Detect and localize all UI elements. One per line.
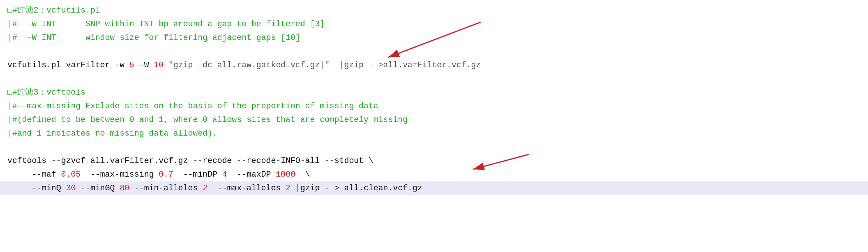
- code-line-3: |# -W INT window size for filtering adja…: [0, 31, 868, 45]
- line-text-2: # -w INT SNP within INT bp around a gap …: [12, 18, 325, 30]
- max-alleles-value: 2: [286, 182, 291, 194]
- line-marker-10: |: [7, 127, 12, 140]
- minDP-value: 4: [222, 168, 227, 181]
- line-text-10: #and 1 indicates no missing data allowed…: [12, 127, 217, 140]
- line-marker-2: |: [7, 18, 12, 30]
- line-text-8: #--max-missing Exclude sites on the basi…: [12, 100, 378, 112]
- code-line-1: □#过滤2：vcfutils.pl: [0, 4, 868, 17]
- vcfutils-cmd: vcfutils.pl varFilter -w: [7, 59, 129, 71]
- code-editor: □#过滤2：vcfutils.pl |# -w INT SNP within I…: [0, 0, 868, 199]
- code-line-12: vcftools --gzvcf all.varFilter.vcf.gz --…: [0, 154, 868, 168]
- code-line-4: [0, 45, 868, 58]
- w-value: 5: [129, 59, 134, 71]
- maf-value: 0.05: [61, 168, 81, 181]
- code-line-2: |# -w INT SNP within INT bp around a gap…: [0, 17, 868, 31]
- line-marker-7: □: [7, 86, 12, 99]
- minGQ-value: 80: [120, 182, 129, 194]
- line-marker-3: |: [7, 32, 12, 44]
- line-text-1: #过滤2：vcfutils.pl: [12, 4, 100, 17]
- line-marker-9: |: [7, 114, 12, 126]
- code-line-8: |#--max-missing Exclude sites on the bas…: [0, 99, 868, 113]
- vcftools-cmd-1: vcftools --gzvcf all.varFilter.vcf.gz --…: [7, 155, 373, 167]
- code-line-7: □#过滤3：vcftools: [0, 86, 868, 99]
- vcfutils-args: "gzip -dc all.raw.gatked.vcf.gz|" |gzip …: [163, 59, 481, 71]
- code-line-11: [0, 140, 868, 154]
- code-line-5: vcfutils.pl varFilter -w 5 -W 10 "gzip -…: [0, 58, 868, 72]
- code-line-10: |#and 1 indicates no missing data allowe…: [0, 127, 868, 140]
- line-marker-8: |: [7, 100, 12, 112]
- code-line-14: --minQ 30 --minGQ 80 --min-alleles 2 --m…: [0, 181, 868, 195]
- max-missing-value: 0.7: [159, 168, 173, 181]
- line-text-7: #过滤3：vcftools: [12, 86, 85, 99]
- code-line-6: [0, 72, 868, 86]
- line-text-9: #(defined to be between 0 and 1, where 0…: [12, 114, 407, 126]
- line-text-3: # -W INT window size for filtering adjac…: [12, 32, 300, 44]
- line-marker-1: □: [7, 4, 12, 17]
- maxDP-value: 1000: [276, 168, 295, 181]
- minQ-value: 30: [66, 182, 75, 194]
- W-value: 10: [154, 59, 163, 71]
- code-line-9: |#(defined to be between 0 and 1, where …: [0, 113, 868, 127]
- min-alleles-value: 2: [203, 182, 207, 194]
- code-line-13: --maf 0.05 --max-missing 0.7 --minDP 4 -…: [0, 168, 868, 181]
